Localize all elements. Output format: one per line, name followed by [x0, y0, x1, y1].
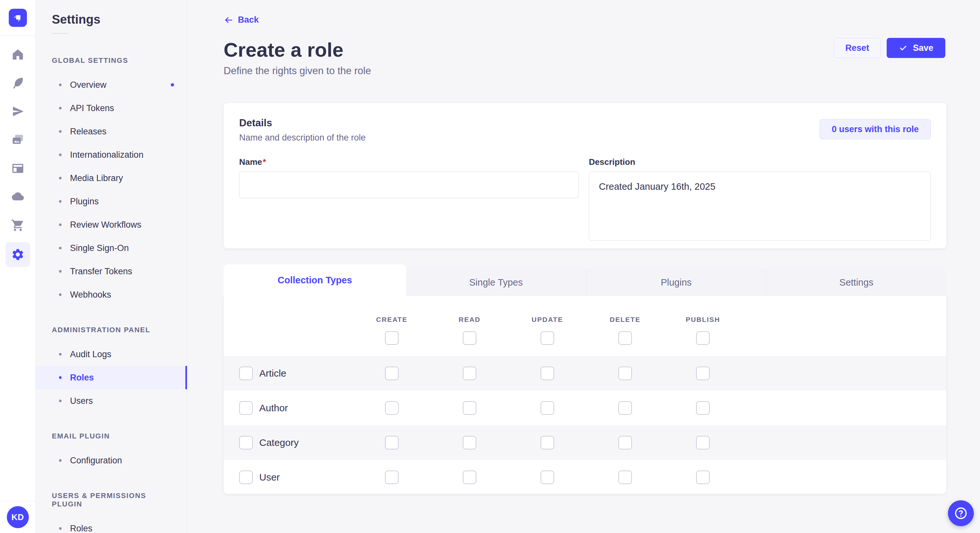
sidebar-item-label: Configuration: [70, 455, 122, 466]
category-select-checkbox[interactable]: [239, 436, 253, 449]
column-label: DELETE: [610, 316, 641, 324]
bullet-icon: [59, 107, 62, 109]
column-label: UPDATE: [532, 316, 563, 324]
sidebar-item-internationalization[interactable]: Internationalization: [36, 143, 187, 167]
bullet-icon: [59, 376, 62, 379]
select-all-update-checkbox[interactable]: [541, 331, 554, 345]
sidebar-item-review-workflows[interactable]: Review Workflows: [36, 213, 187, 236]
category-update-checkbox[interactable]: [541, 436, 554, 449]
rail-user-section: KD: [0, 501, 35, 533]
help-button[interactable]: [948, 500, 974, 526]
users-with-role-badge[interactable]: 0 users with this role: [819, 119, 931, 139]
sidebar-item-label: Audit Logs: [70, 349, 111, 359]
author-read-checkbox[interactable]: [463, 401, 476, 415]
user-delete-checkbox[interactable]: [618, 471, 632, 484]
author-select-checkbox[interactable]: [239, 401, 253, 415]
arrow-left-icon: [224, 15, 233, 25]
category-read-checkbox[interactable]: [463, 436, 476, 449]
save-button[interactable]: Save: [887, 38, 945, 58]
author-publish-checkbox[interactable]: [696, 401, 710, 415]
rail-item-media-library[interactable]: [3, 126, 32, 155]
rail-item-home[interactable]: [3, 41, 32, 69]
sidebar-item-users[interactable]: Users: [36, 389, 187, 412]
article-select-checkbox[interactable]: [239, 366, 253, 380]
avatar[interactable]: KD: [7, 506, 29, 528]
sidebar-item-webhooks[interactable]: Webhooks: [36, 283, 187, 306]
rail-item-cart[interactable]: [3, 212, 32, 240]
user-publish-checkbox[interactable]: [696, 471, 710, 484]
table-row-article: Article: [224, 356, 946, 390]
tab-collection-types[interactable]: Collection Types: [224, 265, 406, 296]
table-row-author: Author: [224, 390, 946, 425]
table-cell: [509, 401, 586, 415]
category-create-checkbox[interactable]: [385, 436, 399, 449]
table-cell: [586, 471, 664, 484]
table-cell: [353, 366, 431, 380]
sidebar-item-roles[interactable]: Roles: [36, 517, 187, 533]
bullet-icon: [59, 177, 62, 179]
select-all-publish-checkbox[interactable]: [696, 331, 710, 345]
article-publish-checkbox[interactable]: [696, 366, 710, 380]
category-delete-checkbox[interactable]: [618, 436, 632, 449]
article-read-checkbox[interactable]: [463, 366, 476, 380]
table-cell: [509, 366, 586, 380]
user-select-checkbox[interactable]: [239, 471, 253, 484]
strapi-logo[interactable]: [9, 9, 27, 27]
column-label: CREATE: [376, 316, 408, 324]
rail-item-feather[interactable]: [3, 69, 32, 98]
rail-item-gear[interactable]: [3, 240, 32, 269]
author-update-checkbox[interactable]: [541, 401, 554, 415]
rail-item-paper-plane[interactable]: [3, 98, 32, 126]
table-cell: [664, 471, 742, 484]
details-title: Details: [239, 117, 366, 129]
tab-single-types[interactable]: Single Types: [406, 269, 586, 296]
article-update-checkbox[interactable]: [541, 366, 554, 380]
required-asterisk: *: [263, 157, 266, 167]
table-cell: [509, 331, 586, 345]
sidebar-item-api-tokens[interactable]: API Tokens: [36, 97, 187, 120]
sidebar-item-label: Media Library: [70, 173, 123, 183]
sidebar-item-label: API Tokens: [70, 103, 114, 113]
table-cell: CREATE: [353, 316, 431, 324]
user-read-checkbox[interactable]: [463, 471, 476, 484]
table-cell: UPDATE: [509, 316, 586, 324]
back-link[interactable]: Back: [224, 15, 259, 25]
user-update-checkbox[interactable]: [541, 471, 554, 484]
rail-item-layout[interactable]: [3, 155, 32, 183]
reset-button[interactable]: Reset: [834, 38, 880, 58]
row-lead: User: [224, 471, 353, 484]
author-delete-checkbox[interactable]: [618, 401, 632, 415]
sidebar-item-transfer-tokens[interactable]: Transfer Tokens: [36, 260, 187, 283]
back-label: Back: [238, 15, 259, 25]
description-textarea[interactable]: Created January 16th, 2025: [589, 171, 931, 241]
sidebar-item-overview[interactable]: Overview: [36, 73, 187, 97]
sidebar-item-configuration[interactable]: Configuration: [36, 449, 187, 472]
tab-settings[interactable]: Settings: [766, 269, 946, 296]
bullet-icon: [59, 154, 62, 156]
table-row-user: User: [224, 460, 946, 494]
subnav-section-label: ADMINISTRATION PANEL: [52, 326, 171, 334]
select-all-create-checkbox[interactable]: [385, 331, 399, 345]
question-icon: [953, 506, 968, 521]
select-all-delete-checkbox[interactable]: [618, 331, 632, 345]
table-cell: [586, 401, 664, 415]
name-input[interactable]: [239, 171, 579, 198]
select-all-read-checkbox[interactable]: [463, 331, 476, 345]
category-publish-checkbox[interactable]: [696, 436, 710, 449]
article-create-checkbox[interactable]: [385, 366, 399, 380]
page-subtitle: Define the rights given to the role: [224, 65, 945, 77]
header-actions: Reset Save: [834, 38, 945, 58]
author-create-checkbox[interactable]: [385, 401, 399, 415]
settings-subnav: Settings GLOBAL SETTINGSOverviewAPI Toke…: [36, 0, 187, 533]
sidebar-item-single-sign-on[interactable]: Single Sign-On: [36, 236, 187, 260]
sidebar-item-media-library[interactable]: Media Library: [36, 167, 187, 190]
sidebar-item-audit-logs[interactable]: Audit Logs: [36, 343, 187, 366]
rail-item-cloud[interactable]: [3, 183, 32, 212]
sidebar-item-plugins[interactable]: Plugins: [36, 190, 187, 213]
user-create-checkbox[interactable]: [385, 471, 399, 484]
tab-plugins[interactable]: Plugins: [586, 269, 766, 296]
article-delete-checkbox[interactable]: [618, 366, 632, 380]
bullet-icon: [59, 459, 62, 462]
sidebar-item-releases[interactable]: Releases: [36, 120, 187, 143]
sidebar-item-roles[interactable]: Roles: [36, 366, 187, 389]
